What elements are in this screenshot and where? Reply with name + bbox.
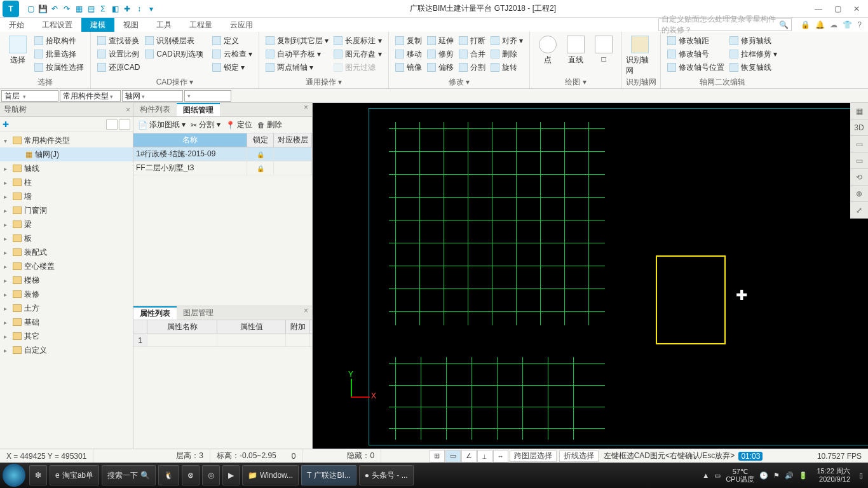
lock-icon[interactable] [257,150,264,159]
notify-icon[interactable]: 🔔 [815,20,825,29]
menu-start[interactable]: 开始 [0,18,33,32]
tab-component-list[interactable]: 构件列表 [133,103,177,116]
maximize-button[interactable]: ▢ [829,3,846,15]
qat-open-icon[interactable]: ▢ [25,4,36,14]
extend[interactable]: 延伸 [424,34,456,47]
polyline-select[interactable]: 折线选择 [559,451,599,462]
instance-select[interactable]: ▾ [184,90,231,102]
view-back-icon[interactable]: ▭ [850,152,868,169]
menu-tools[interactable]: 工具 [147,18,180,32]
qat-redo-icon[interactable]: ↷ [62,4,72,14]
minimize-button[interactable]: — [810,3,827,15]
element-filter[interactable]: 图元过滤 [331,61,384,74]
view-grid-icon[interactable] [119,119,130,130]
copy[interactable]: 复制 [393,34,424,47]
view-rotate-icon[interactable]: ⟲ [850,169,868,186]
component-select[interactable]: 轴网▾ [122,90,183,102]
menu-view[interactable]: 视图 [114,18,147,32]
identify-floor-table[interactable]: 识别楼层表 [142,34,205,47]
taskbar-item[interactable]: ◎ [202,465,220,485]
auto-align-slab[interactable]: 自动平齐板 ▾ [263,48,331,60]
tree-category[interactable]: ▸自定义 [0,343,133,357]
qat-icon[interactable]: ◧ [110,4,120,14]
taskbar-item[interactable]: ❇ [29,465,47,485]
tree-category[interactable]: ▸装配式 [0,245,133,259]
tab-properties[interactable]: 属性列表 [133,306,177,320]
tray-icon[interactable]: ▭ [714,471,721,480]
merge[interactable]: 合并 [456,48,488,60]
view-zoom-icon[interactable]: ⊕ [850,186,868,202]
taskbar-clock[interactable]: 15:22 周六 2020/9/12 [813,467,854,484]
drawing-canvas[interactable]: Y X ✚ ▦ 3D ▭ ▭ ⟲ ⊕ ⤢ [313,103,868,449]
grid-icon[interactable]: ∠ [461,450,477,463]
element-save[interactable]: 图元存盘 ▾ [331,48,384,60]
length-dim[interactable]: 长度标注 ▾ [331,34,384,47]
identify-grid[interactable]: 识别轴网 [626,33,654,76]
add-icon[interactable]: ✚ [3,120,9,129]
floor-select[interactable]: 首层 ▾ [1,90,58,102]
delete[interactable]: 删除 [488,48,526,60]
menu-quantity[interactable]: 工程量 [180,18,221,32]
cross-layer-select[interactable]: 跨图层选择 [510,451,557,462]
skin-icon[interactable]: 👕 [843,20,852,29]
tray-icon[interactable]: 🔊 [785,471,794,480]
tree-category[interactable]: ▸楼梯 [0,273,133,287]
collapse-icon[interactable]: × [300,103,312,116]
split-drawing[interactable]: ✂分割 ▾ [189,119,222,130]
box-trim[interactable]: 拉框修剪 ▾ [727,48,780,60]
qat-icon[interactable]: ✚ [122,4,132,14]
view-2d-icon[interactable]: ▦ [850,103,868,119]
rotate[interactable]: 旋转 [488,61,526,74]
view-list-icon[interactable] [106,119,118,130]
tree-category[interactable]: ▸轴线 [0,161,133,175]
split[interactable]: 分割 [456,61,488,74]
tree-grid-item[interactable]: ▦轴网(J) [0,147,133,161]
tray-icon[interactable]: ⚑ [773,471,780,480]
locate-drawing[interactable]: 📍定位 [224,119,254,130]
modify-axis-pos[interactable]: 修改轴号位置 [665,61,727,74]
property-row[interactable]: 1 [133,334,312,347]
taskbar-browser[interactable]: e 淘宝ab单 [50,465,99,485]
select-button[interactable]: 选择 [4,33,32,65]
cad-identify-options[interactable]: CAD识别选项 [142,48,205,60]
qat-icon[interactable]: ▤ [86,4,96,14]
pick-component[interactable]: 拾取构件 [32,34,86,47]
break[interactable]: 打断 [456,34,488,47]
start-button[interactable] [3,464,25,487]
select-by-property[interactable]: 按属性选择 [32,61,86,74]
qat-icon[interactable]: Σ [98,4,108,14]
find-replace[interactable]: 查找替换 [95,34,142,47]
taskbar-search[interactable]: 搜索一下 🔍 [102,465,156,485]
two-point-axis[interactable]: 两点辅轴 ▾ [263,61,331,74]
taskbar-item[interactable]: ▶ [222,465,240,485]
tree-category[interactable]: ▸门窗洞 [0,203,133,217]
taskbar-explorer[interactable]: 📁 Window... [242,465,299,485]
taskbar-gtj[interactable]: T 广联达BI... [301,465,356,485]
restore-cad[interactable]: 还原CAD [95,61,142,74]
modify-axis-num[interactable]: 修改轴号 [665,48,727,60]
mirror[interactable]: 镜像 [393,61,424,74]
taskbar-toutiao[interactable]: ● 头条号 - ... [359,465,414,485]
offset[interactable]: 偏移 [424,61,456,74]
tray-icon[interactable]: ▲ [702,471,709,479]
qat-undo-icon[interactable]: ↶ [50,4,60,14]
tree-category[interactable]: ▸板 [0,231,133,245]
taskbar-item[interactable]: 🐧 [158,465,179,485]
tray-icon[interactable]: 🕒 [759,471,768,480]
tree-category[interactable]: ▸基础 [0,315,133,329]
trim-axis[interactable]: 修剪轴线 [727,34,780,47]
tree-category[interactable]: ▸其它 [0,329,133,343]
help-search-input[interactable]: 自定义贴面怎么处理复杂零星构件的装修？🔍 [658,18,792,31]
add-drawing[interactable]: 📄添加图纸 ▾ [136,119,187,130]
view-fit-icon[interactable]: ⤢ [850,202,868,219]
menu-modeling[interactable]: 建模 [81,18,114,32]
set-scale[interactable]: 设置比例 [95,48,142,60]
tree-category[interactable]: ▸墙 [0,189,133,203]
help-icon[interactable]: ? [857,20,862,29]
qat-icon[interactable]: ↕ [134,4,144,14]
tree-category[interactable]: ▸装修 [0,287,133,301]
drawing-row[interactable]: 1#行政楼-结施-2015-09 [133,147,312,161]
qat-more-icon[interactable]: ▾ [146,4,156,14]
tab-drawing-mgmt[interactable]: 图纸管理 [177,103,220,116]
close-button[interactable]: ✕ [848,3,865,15]
